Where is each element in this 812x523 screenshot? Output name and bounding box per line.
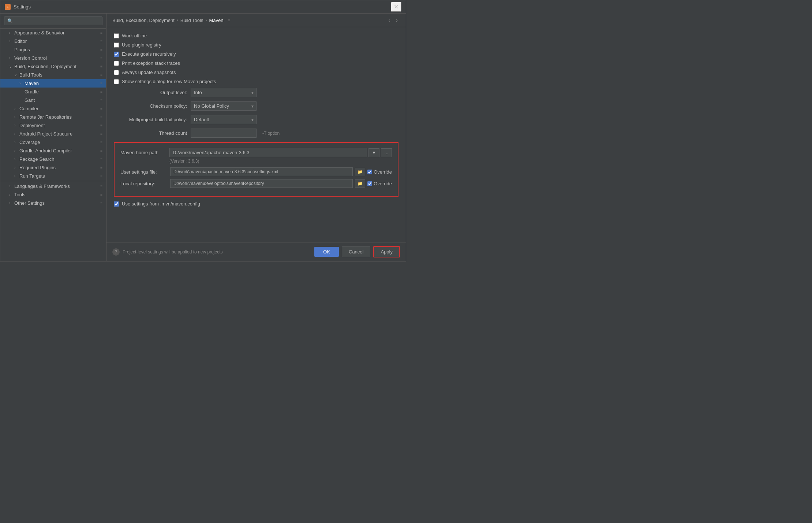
user-settings-input[interactable] xyxy=(170,167,353,176)
breadcrumb-icon: ≡ xyxy=(228,18,230,22)
apply-button[interactable]: Apply xyxy=(373,246,400,257)
print-exception-checkbox[interactable] xyxy=(114,61,119,66)
thread-count-input[interactable] xyxy=(191,129,257,138)
sidebar-item-label: Languages & Frameworks xyxy=(14,183,99,189)
multiproject-policy-select[interactable]: Default Never At End Immediately xyxy=(191,115,257,124)
sidebar-item-tools[interactable]: › Tools ≡ xyxy=(0,190,106,199)
use-settings-label: Use settings from .mvn/maven.config xyxy=(122,201,200,207)
breadcrumb-build-exec: Build, Execution, Deployment xyxy=(112,18,175,23)
sidebar-item-label: Gradle-Android Compiler xyxy=(19,148,99,153)
breadcrumb-forward-button[interactable]: › xyxy=(394,16,400,24)
local-repo-input[interactable] xyxy=(170,179,353,188)
sidebar-item-icon: ≡ xyxy=(100,140,102,144)
user-settings-browse-button[interactable]: 📁 xyxy=(355,168,365,176)
sidebar-item-label: Version Control xyxy=(14,55,99,61)
sidebar-item-label: Deployment xyxy=(19,123,99,128)
local-repo-override-checkbox[interactable] xyxy=(367,181,372,186)
always-update-checkbox[interactable] xyxy=(114,70,119,75)
arrow-icon: › xyxy=(14,115,19,119)
sidebar-item-icon: ≡ xyxy=(100,166,102,170)
arrow-icon: ∨ xyxy=(9,64,14,68)
user-settings-override-wrapper: Override xyxy=(367,169,392,175)
sidebar-item-required-plugins[interactable]: › Required Plugins ≡ xyxy=(0,163,106,172)
sidebar-item-remote-jar[interactable]: › Remote Jar Repositories ≡ xyxy=(0,113,106,121)
user-settings-override-checkbox[interactable] xyxy=(367,170,372,174)
breadcrumb-build-tools: Build Tools xyxy=(180,18,203,23)
sidebar-item-label: Compiler xyxy=(19,106,99,111)
sidebar-item-gant[interactable]: Gant ≡ xyxy=(0,96,106,104)
sidebar-item-label: Required Plugins xyxy=(19,165,99,170)
maven-config-section: Maven home path ▼ … (Version: 3.6.3) Use… xyxy=(114,142,398,197)
execute-goals-checkbox[interactable] xyxy=(114,52,119,57)
search-input[interactable] xyxy=(4,16,102,25)
footer-info: ? Project-level settings will be applied… xyxy=(112,248,314,256)
ok-button[interactable]: OK xyxy=(314,247,339,257)
sidebar-item-icon: ≡ xyxy=(100,31,102,35)
sidebar-item-appearance[interactable]: › Appearance & Behavior ≡ xyxy=(0,29,106,37)
sidebar-item-plugins[interactable]: Plugins ≡ xyxy=(0,45,106,54)
sidebar-item-android-project[interactable]: › Android Project Structure ≡ xyxy=(0,130,106,138)
sidebar-item-icon: ≡ xyxy=(100,174,102,178)
sidebar-item-icon: ≡ xyxy=(100,201,102,205)
sidebar-item-languages[interactable]: › Languages & Frameworks ≡ xyxy=(0,182,106,190)
close-button[interactable]: ✕ xyxy=(391,2,401,12)
maven-home-row: Maven home path ▼ … xyxy=(120,148,392,157)
breadcrumb-back-button[interactable]: ‹ xyxy=(386,16,393,24)
footer-info-icon[interactable]: ? xyxy=(112,248,120,256)
output-level-dropdown-wrapper: Info Debug Warn Error ▼ xyxy=(191,88,257,97)
use-settings-checkbox[interactable] xyxy=(114,201,119,207)
local-repo-browse-button[interactable]: 📁 xyxy=(355,179,365,188)
maven-home-dropdown-button[interactable]: ▼ xyxy=(368,148,379,157)
arrow-icon: › xyxy=(9,31,14,35)
execute-goals-label: Execute goals recursively xyxy=(122,51,176,57)
maven-home-browse-button[interactable]: … xyxy=(381,148,392,157)
multiproject-policy-row: Multiproject build fail policy: Default … xyxy=(114,115,398,124)
sidebar-item-label: Maven xyxy=(25,81,99,86)
use-plugin-label: Use plugin registry xyxy=(122,42,161,48)
breadcrumb-sep-2: › xyxy=(205,18,207,23)
sidebar-item-label: Tools xyxy=(14,192,99,197)
work-offline-checkbox[interactable] xyxy=(114,33,119,38)
sidebar-item-deployment[interactable]: › Deployment ≡ xyxy=(0,121,106,130)
sidebar-item-compiler[interactable]: › Compiler ≡ xyxy=(0,104,106,113)
sidebar-item-coverage[interactable]: › Coverage ≡ xyxy=(0,138,106,146)
sidebar-item-gradle[interactable]: Gradle ≡ xyxy=(0,88,106,96)
print-exception-label: Print exception stack traces xyxy=(122,60,180,66)
checksum-policy-select[interactable]: No Global Policy Warn Fail xyxy=(191,101,257,111)
cancel-button[interactable]: Cancel xyxy=(342,246,370,257)
sidebar-item-other-settings[interactable]: › Other Settings ≡ xyxy=(0,199,106,207)
sidebar-item-icon: ≡ xyxy=(100,56,102,60)
app-icon: F xyxy=(5,4,11,10)
arrow-icon: › xyxy=(9,39,14,43)
use-plugin-registry-checkbox[interactable] xyxy=(114,42,119,48)
sidebar-item-version-control[interactable]: › Version Control ≡ xyxy=(0,54,106,62)
breadcrumb-actions: ‹ › xyxy=(386,16,400,24)
sidebar-item-label: Gant xyxy=(25,97,99,103)
output-level-select[interactable]: Info Debug Warn Error xyxy=(191,88,257,97)
sidebar-item-run-targets[interactable]: › Run Targets ≡ xyxy=(0,172,106,180)
sidebar-item-build-tools[interactable]: ∨ Build Tools ≡ xyxy=(0,71,106,79)
sidebar-item-label: Editor xyxy=(14,38,99,44)
local-repo-override-label: Override xyxy=(374,181,392,186)
sidebar-item-build-exec[interactable]: ∨ Build, Execution, Deployment ≡ xyxy=(0,62,106,71)
maven-home-input[interactable] xyxy=(169,148,367,157)
arrow-icon: › xyxy=(14,140,19,144)
sidebar-item-icon: ≡ xyxy=(100,132,102,136)
footer-text: Project-level settings will be applied t… xyxy=(123,249,222,255)
breadcrumb-sep-1: › xyxy=(177,18,178,23)
sidebar-item-package-search[interactable]: › Package Search ≡ xyxy=(0,155,106,163)
arrow-icon: › xyxy=(19,81,25,85)
show-settings-checkbox[interactable] xyxy=(114,79,119,84)
checkbox-execute-goals-row: Execute goals recursively xyxy=(114,51,398,57)
use-settings-row: Use settings from .mvn/maven.config xyxy=(114,201,398,207)
sidebar-item-maven[interactable]: › Maven ≡ xyxy=(0,79,106,88)
sidebar-item-label: Coverage xyxy=(19,140,99,145)
sidebar-item-gradle-android[interactable]: › Gradle-Android Compiler ≡ xyxy=(0,146,106,155)
sidebar-item-label: Run Targets xyxy=(19,173,99,179)
checkbox-work-offline-row: Work offline xyxy=(114,33,398,38)
sidebar-item-label: Build, Execution, Deployment xyxy=(14,64,99,69)
sidebar-item-editor[interactable]: › Editor ≡ xyxy=(0,37,106,45)
sidebar-item-label: Build Tools xyxy=(19,72,99,78)
search-box xyxy=(0,14,106,29)
checkbox-print-exception-row: Print exception stack traces xyxy=(114,60,398,66)
